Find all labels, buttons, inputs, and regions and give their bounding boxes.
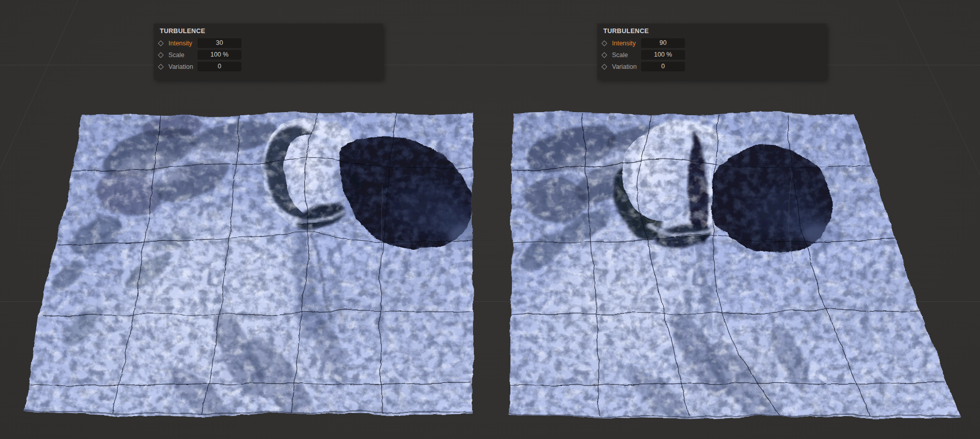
param-row-scale: Scale 100 % bbox=[158, 49, 383, 61]
turbulence-panel-left: TURBULENCE Intensity 30 Scale 100 % Vari… bbox=[154, 23, 383, 80]
param-label-scale: Scale bbox=[168, 51, 184, 59]
intensity-value-field[interactable]: 30 bbox=[198, 38, 241, 48]
panel-title: TURBULENCE bbox=[154, 23, 383, 38]
diamond-icon bbox=[158, 64, 163, 69]
terrain-right-dark-noise bbox=[504, 109, 964, 425]
scale-value-field[interactable]: 100 % bbox=[198, 50, 241, 60]
param-label-variation: Variation bbox=[612, 63, 636, 70]
param-row-variation: Variation 0 bbox=[601, 61, 826, 72]
variation-value-field[interactable]: 0 bbox=[198, 62, 241, 71]
intensity-value-field[interactable]: 90 bbox=[641, 38, 685, 48]
param-row-variation: Variation 0 bbox=[158, 61, 383, 72]
param-row-intensity: Intensity 30 bbox=[158, 38, 383, 49]
diamond-icon bbox=[158, 40, 163, 46]
terrain-mesh-right[interactable] bbox=[504, 109, 964, 425]
terrain-left-dark-noise bbox=[19, 109, 479, 425]
param-label-variation: Variation bbox=[168, 63, 193, 70]
diamond-icon bbox=[601, 40, 607, 46]
diamond-icon bbox=[158, 52, 163, 58]
terrain-right-body bbox=[504, 109, 964, 425]
param-label-intensity: Intensity bbox=[168, 40, 192, 47]
diamond-icon bbox=[601, 64, 607, 69]
turbulence-panel-right: TURBULENCE Intensity 90 Scale 100 % Vari… bbox=[597, 23, 826, 80]
terrain-left-body bbox=[19, 109, 479, 425]
param-row-scale: Scale 100 % bbox=[601, 49, 826, 61]
scale-value-field[interactable]: 100 % bbox=[641, 50, 685, 60]
terrain-mesh-left[interactable] bbox=[19, 109, 479, 425]
panel-title: TURBULENCE bbox=[597, 23, 826, 38]
variation-value-field[interactable]: 0 bbox=[641, 62, 685, 71]
param-label-intensity: Intensity bbox=[612, 40, 636, 47]
param-label-scale: Scale bbox=[612, 51, 628, 59]
viewport-3d: TURBULENCE Intensity 30 Scale 100 % Vari… bbox=[0, 0, 980, 439]
diamond-icon bbox=[601, 52, 607, 58]
param-row-intensity: Intensity 90 bbox=[601, 38, 826, 49]
